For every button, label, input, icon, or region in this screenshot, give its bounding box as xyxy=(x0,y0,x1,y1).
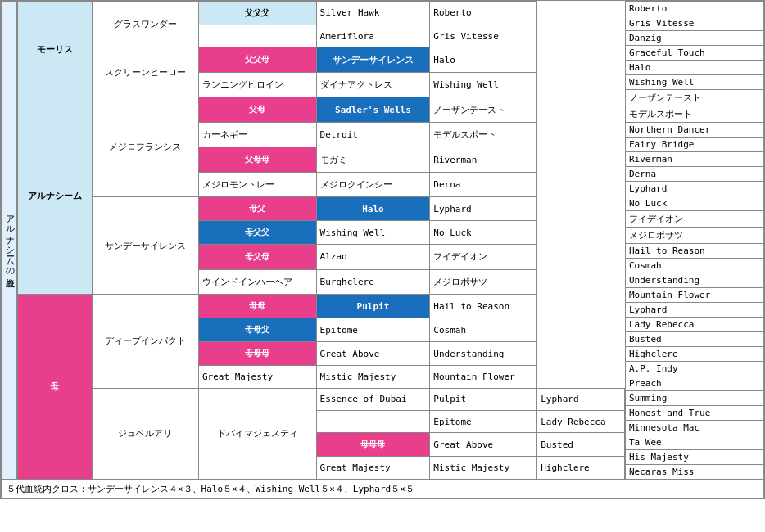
col5a-northerndancer: ノーザンテースト xyxy=(430,97,537,122)
table-row: サンデーサイレンス 母父 Halo Lyphard xyxy=(18,197,625,221)
col2-mejiroflan: メジロフランシス xyxy=(92,97,198,197)
col2-sundaysilence: サンデーサイレンス xyxy=(92,197,198,295)
table-row: ジュベルアリ ドバイマジェスティ Essence of Dubai Pulpit… xyxy=(18,388,625,410)
col3-mejiromontore: メジロモントレー xyxy=(198,172,316,196)
anc-danzig: Danzig xyxy=(626,31,764,46)
col5a-riverman: Riverman xyxy=(430,147,537,172)
anc-roberto: Roberto xyxy=(626,2,764,16)
col3-fomo: 父母 xyxy=(198,97,316,122)
col2-glasswonder: グラスワンダー xyxy=(92,2,198,47)
anc-wishingwell: Wishing Well xyxy=(626,75,764,90)
vertical-label-text: アルナシームの血統 xyxy=(3,209,16,272)
col5a-hismajesty: Highclere xyxy=(537,457,625,480)
col4-ameriflora: Ameriflora xyxy=(316,25,430,47)
col3-mofumo: 母父母 xyxy=(198,245,316,269)
anc-mountainflower: Mountain Flower xyxy=(626,288,764,303)
col4-greatabove2: Great Above xyxy=(430,433,537,457)
col5a-apindy: Lyphard xyxy=(537,388,625,410)
anc-hismajesty: His Majesty xyxy=(626,450,764,465)
anc-nortaste: ノーザンテースト xyxy=(626,90,764,106)
col4-epitome2: Epitome xyxy=(430,411,537,433)
anc-understanding: Understanding xyxy=(626,273,764,288)
anc-honesttrue: Honest and True xyxy=(626,406,764,421)
col5a-cosmah: Cosmah xyxy=(430,318,537,342)
col3-label-fafafu: 父父父 xyxy=(198,2,316,25)
col3-mofufu: 母父父 xyxy=(198,221,316,245)
col3-momo: 母母 xyxy=(198,295,316,318)
anc-mejirobosatsu: メジロボサツ xyxy=(626,228,764,244)
col5a-danzig: Halo xyxy=(430,47,537,72)
footer-text: ５代血統内クロス：サンデーサイレンス４×３、Halo５×４、Wishing We… xyxy=(7,484,414,494)
col5a-gracefultouch: Wishing Well xyxy=(430,72,537,97)
anc-hailtoreason: Hail to Reason xyxy=(626,244,764,259)
pedigree-chart: アルナシームの血統 モーリス グラスワンダー 父父父 Silver Hawk R… xyxy=(0,0,765,499)
table-row: スクリーンヒーロー 父父母 サンデーサイレンス Halo xyxy=(18,47,625,72)
col2-deepimpact: ディープインパクト xyxy=(92,295,198,388)
col3-momomo: 母母母 xyxy=(198,342,316,366)
col5a-preach: Lady Rebecca xyxy=(537,411,625,433)
anc-northerndancer: Northern Dancer xyxy=(626,123,764,138)
col3-greatmajesty2: Great Majesty xyxy=(316,457,430,480)
col5a-understanding: Understanding xyxy=(430,342,537,366)
col3-windinherhair: ウインドインハーヘア xyxy=(198,269,316,294)
anc-preach: Preach xyxy=(626,376,764,391)
col4-pulpit: Pulpit xyxy=(316,295,430,318)
footer: ５代血統内クロス：サンデーサイレンス４×３、Halo５×４、Wishing We… xyxy=(1,480,764,498)
anc-lyphard2: Lyphard xyxy=(626,303,764,318)
anc-cosmah: Cosmah xyxy=(626,259,764,273)
col4-wishingwell: Wishing Well xyxy=(316,221,430,245)
vertical-label: アルナシームの血統 xyxy=(1,1,17,480)
col4-mejiroquincy: メジロクインシー xyxy=(316,172,430,196)
col5a-grisvitesse: Gris Vitesse xyxy=(430,25,537,47)
col3-fomomo: 父母母 xyxy=(198,147,316,172)
col4-burghclere: Burghclere xyxy=(316,269,430,294)
col3-runningheroyne: ランニングヒロイン xyxy=(198,72,316,97)
anc-fairybridge: Fairy Bridge xyxy=(626,138,764,152)
anc-riverman: Riverman xyxy=(626,152,764,167)
anc-gracefultouch: Graceful Touch xyxy=(626,46,764,61)
col4-detroit: Detroit xyxy=(316,122,430,147)
col5a-modelsport: モデルスポート xyxy=(430,122,537,147)
col2-screenhero: スクリーンヒーロー xyxy=(92,47,198,97)
col3-carnegie: カーネギー xyxy=(198,122,316,147)
col4-greatabove: Great Above xyxy=(316,342,430,366)
anc-modelsport: モデルスポート xyxy=(626,106,764,123)
col4-misticmajesty: Mistic Majesty xyxy=(316,366,430,388)
col4-misticmajesty2: Mistic Majesty xyxy=(430,457,537,480)
anc-necarasmiss: Necaras Miss xyxy=(626,465,764,480)
col3-momofu: 母母父 xyxy=(198,318,316,342)
col5a-noluck: No Luck xyxy=(430,221,537,245)
col3-empty2 xyxy=(316,411,430,433)
col5a-mountainflower: Mountain Flower xyxy=(430,366,537,388)
col4-sunday-silence: サンデーサイレンス xyxy=(316,47,430,72)
anc-highclere: Highclere xyxy=(626,347,764,362)
pedigree-table: モーリス グラスワンダー 父父父 Silver Hawk Roberto Ame… xyxy=(17,1,625,480)
anc-apindy: A.P. Indy xyxy=(626,362,764,376)
col4-epitome: Epitome xyxy=(316,318,430,342)
col2-dubaimajesty: ドバイマジェスティ xyxy=(198,388,316,479)
col4-mogami: モガミ xyxy=(316,147,430,172)
anc-summing: Summing xyxy=(626,391,764,406)
anc-tawee: Ta Wee xyxy=(626,435,764,450)
anc-lyphard: Lyphard xyxy=(626,182,764,196)
anc-ladyrebecca: Lady Rebecca xyxy=(626,318,764,332)
col5a-lyphard: Lyphard xyxy=(430,197,537,221)
col1-haha: 母 xyxy=(18,295,93,480)
col3-greatmajesty: Great Majesty xyxy=(198,366,316,388)
table-row: モーリス グラスワンダー 父父父 Silver Hawk Roberto xyxy=(18,2,625,25)
col5a-mejirobosatsu: メジロボサツ xyxy=(430,269,537,294)
col3-fafumo: 父父母 xyxy=(198,47,316,72)
col5a-hailtoreason: Hail to Reason xyxy=(430,295,537,318)
col4-halo: Halo xyxy=(316,197,430,221)
ancestor-table: Roberto Gris Vitesse Danzig Graceful Tou… xyxy=(625,1,764,480)
anc-derna: Derna xyxy=(626,167,764,182)
col5a-roberto: Roberto xyxy=(430,2,537,25)
anc-minnesotamac: Minnesota Mac xyxy=(626,421,764,435)
anc-noluck: No Luck xyxy=(626,196,764,211)
table-row: アルナシーム メジロフランシス 父母 Sadler's Wells ノーザンテー… xyxy=(18,97,625,122)
col1-moriis: モーリス xyxy=(18,2,93,97)
anc-grisvitesse: Gris Vitesse xyxy=(626,16,764,31)
col1-arnasheem: アルナシーム xyxy=(18,97,93,295)
col4-pulpit2: Pulpit xyxy=(430,388,537,410)
col4-alzao: Alzao xyxy=(316,245,430,269)
